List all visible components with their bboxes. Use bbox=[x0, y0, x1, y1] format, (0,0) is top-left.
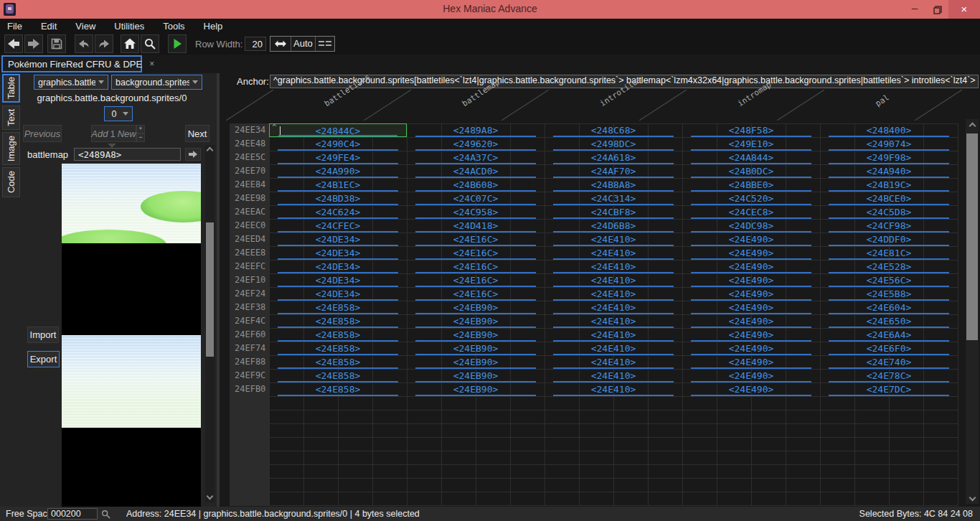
pointer-cell-introtiles[interactable]: <24AF70> bbox=[545, 164, 682, 178]
sidebar-tab-image[interactable]: Image bbox=[2, 132, 20, 165]
pointer-cell-battletiles[interactable]: <24E858> bbox=[269, 355, 407, 369]
search-button[interactable] bbox=[141, 34, 159, 53]
free-space-input[interactable] bbox=[47, 508, 98, 520]
pointer-cell-battletiles[interactable]: <24DE34> bbox=[269, 273, 407, 287]
pointer-cell-pal[interactable]: <24CF98> bbox=[820, 219, 958, 233]
menu-edit[interactable]: Edit bbox=[41, 21, 57, 32]
pointer-cell-battlemap[interactable]: <24E16C> bbox=[407, 233, 545, 246]
pointer-cell-introtiles[interactable]: <24B8A8> bbox=[545, 178, 682, 192]
pointer-cell-battlemap[interactable]: <24E16C> bbox=[407, 260, 545, 273]
pointer-cell-introtiles[interactable]: <24E410> bbox=[545, 369, 682, 382]
pointer-cell-battletiles[interactable]: <24B1EC> bbox=[269, 178, 407, 192]
goto-pointer-button[interactable] bbox=[185, 148, 201, 161]
restore-button[interactable] bbox=[925, 0, 950, 19]
pointer-cell-battlemap[interactable]: <24A37C> bbox=[407, 151, 545, 164]
fit-width-button[interactable] bbox=[270, 37, 291, 51]
pointer-cell-introtiles[interactable]: <24E410> bbox=[545, 328, 682, 342]
scroll-down-icon[interactable] bbox=[966, 492, 979, 502]
pointer-cell-intromap[interactable]: <24C520> bbox=[682, 192, 820, 205]
save-button[interactable] bbox=[47, 34, 66, 53]
pointer-cell-battletiles[interactable]: <24E858> bbox=[269, 369, 407, 382]
line-mode-button[interactable] bbox=[316, 37, 334, 51]
pointer-cell-intromap[interactable]: <249E10> bbox=[682, 137, 820, 151]
pointer-cell-battlemap[interactable]: <24EB90> bbox=[407, 342, 545, 355]
pointer-cell-battlemap[interactable]: <24E16C> bbox=[407, 273, 545, 287]
sprite-preview[interactable] bbox=[62, 164, 201, 507]
pointer-cell-battlemap[interactable]: <24EB90> bbox=[407, 355, 545, 369]
pointer-cell-pal[interactable]: <24E6F0> bbox=[820, 342, 958, 355]
sidebar-tab-code[interactable]: Code bbox=[2, 167, 20, 197]
pointer-cell-intromap[interactable]: <24E490> bbox=[682, 246, 820, 260]
pointer-cell-battlemap[interactable]: <24EB90> bbox=[407, 382, 545, 396]
pointer-cell-intromap[interactable]: <24BBE0> bbox=[682, 178, 820, 192]
scroll-up-icon[interactable] bbox=[205, 145, 215, 155]
pointer-cell-battletiles[interactable]: <24DE34> bbox=[269, 246, 407, 260]
undo-button[interactable] bbox=[75, 34, 93, 53]
pointer-cell-battletiles[interactable]: <24E858> bbox=[269, 314, 407, 328]
pointer-cell-introtiles[interactable]: <248C68> bbox=[545, 123, 682, 137]
pointer-cell-introtiles[interactable]: <24E410> bbox=[545, 314, 682, 328]
pointer-cell-battletiles[interactable]: <24844C>^ bbox=[269, 123, 407, 137]
side-panel-scrollbar[interactable] bbox=[205, 145, 215, 502]
menu-utilities[interactable]: Utilities bbox=[114, 21, 144, 32]
pointer-cell-intromap[interactable]: <24E490> bbox=[682, 355, 820, 369]
pointer-cell-pal[interactable]: <24E7DC> bbox=[820, 382, 958, 396]
pointer-cell-battlemap[interactable]: <24E16C> bbox=[407, 287, 545, 301]
pointer-cell-battlemap[interactable]: <24C958> bbox=[407, 205, 545, 219]
menu-view[interactable]: View bbox=[75, 21, 95, 32]
pointer-cell-intromap[interactable]: <24E490> bbox=[682, 273, 820, 287]
tab-pokemon-firered[interactable]: Pokémon FireRed CFRU & DPE × bbox=[1, 55, 142, 72]
pointer-cell-battlemap[interactable]: <24C07C> bbox=[407, 192, 545, 205]
pointer-cell-battlemap[interactable]: <24EB90> bbox=[407, 369, 545, 382]
add-new-button[interactable]: Add 1 New bbox=[91, 125, 136, 142]
pointer-cell-battlemap[interactable]: <24D418> bbox=[407, 219, 545, 233]
pointer-cell-battlemap[interactable]: <2489A8> bbox=[407, 123, 545, 137]
pointer-cell-introtiles[interactable]: <24E410> bbox=[545, 355, 682, 369]
pointer-cell-battletiles[interactable]: <24E858> bbox=[269, 342, 407, 355]
pointer-cell-battletiles[interactable]: <24DE34> bbox=[269, 233, 407, 246]
pointer-cell-battlemap[interactable]: <24B608> bbox=[407, 178, 545, 192]
scrollbar-thumb[interactable] bbox=[206, 222, 214, 357]
scroll-down-icon[interactable] bbox=[205, 491, 215, 501]
pointer-cell-battlemap[interactable]: <24E16C> bbox=[407, 246, 545, 260]
pointer-cell-battletiles[interactable]: <24CFEC> bbox=[269, 219, 407, 233]
sidebar-tab-text[interactable]: Text bbox=[2, 105, 20, 130]
pointer-cell-pal[interactable]: <249F98> bbox=[820, 151, 958, 164]
pointer-cell-introtiles[interactable]: <24CBF8> bbox=[545, 205, 682, 219]
pointer-cell-introtiles[interactable]: <24D6B8> bbox=[545, 219, 682, 233]
pointer-cell-battletiles[interactable]: <24DE34> bbox=[269, 287, 407, 301]
battlemap-pointer-input[interactable] bbox=[74, 148, 181, 161]
pointer-cell-battletiles[interactable]: <24C624> bbox=[269, 205, 407, 219]
pointer-cell-battlemap[interactable]: <24EB90> bbox=[407, 301, 545, 314]
pointer-cell-battlemap[interactable]: <249620> bbox=[407, 137, 545, 151]
next-button[interactable]: Next bbox=[185, 125, 209, 142]
add-count[interactable]: 1 bbox=[110, 128, 115, 139]
pointer-cell-intromap[interactable]: <24E490> bbox=[682, 382, 820, 396]
pointer-cell-introtiles[interactable]: <24E410> bbox=[545, 233, 682, 246]
pointer-cell-battlemap[interactable]: <24ACD0> bbox=[407, 164, 545, 178]
pointer-cell-intromap[interactable]: <248F58> bbox=[682, 123, 820, 137]
forward-button[interactable] bbox=[24, 34, 43, 53]
pointer-cell-pal[interactable]: <24E81C> bbox=[820, 246, 958, 260]
pointer-cell-pal[interactable]: <249074> bbox=[820, 137, 958, 151]
pointer-cell-battletiles[interactable]: <24A990> bbox=[269, 164, 407, 178]
pointer-cell-pal[interactable]: <24B19C> bbox=[820, 178, 958, 192]
pointer-cell-introtiles[interactable]: <24E410> bbox=[545, 260, 682, 273]
table-dropdown[interactable]: background.sprites bbox=[111, 75, 202, 90]
menu-tools[interactable]: Tools bbox=[163, 21, 184, 32]
tab-close-icon[interactable]: × bbox=[149, 59, 154, 69]
pointer-cell-pal[interactable]: <24E78C> bbox=[820, 369, 958, 382]
pointer-cell-intromap[interactable]: <24E490> bbox=[682, 301, 820, 314]
pointer-cell-intromap[interactable]: <24E490> bbox=[682, 314, 820, 328]
pointer-cell-battletiles[interactable]: <24DE34> bbox=[269, 260, 407, 273]
pointer-cell-pal[interactable]: <24A940> bbox=[820, 164, 958, 178]
home-button[interactable] bbox=[121, 34, 139, 53]
namespace-dropdown[interactable]: graphics.battle bbox=[34, 75, 108, 90]
pointer-cell-battletiles[interactable]: <24E858> bbox=[269, 301, 407, 314]
pointer-cell-intromap[interactable]: <24E490> bbox=[682, 328, 820, 342]
pointer-cell-introtiles[interactable]: <24A618> bbox=[545, 151, 682, 164]
pointer-cell-pal[interactable]: <24DDF0> bbox=[820, 233, 958, 246]
free-space-search-button[interactable] bbox=[101, 509, 110, 521]
import-button[interactable]: Import bbox=[27, 327, 59, 343]
pointer-cell-intromap[interactable]: <24E490> bbox=[682, 369, 820, 382]
